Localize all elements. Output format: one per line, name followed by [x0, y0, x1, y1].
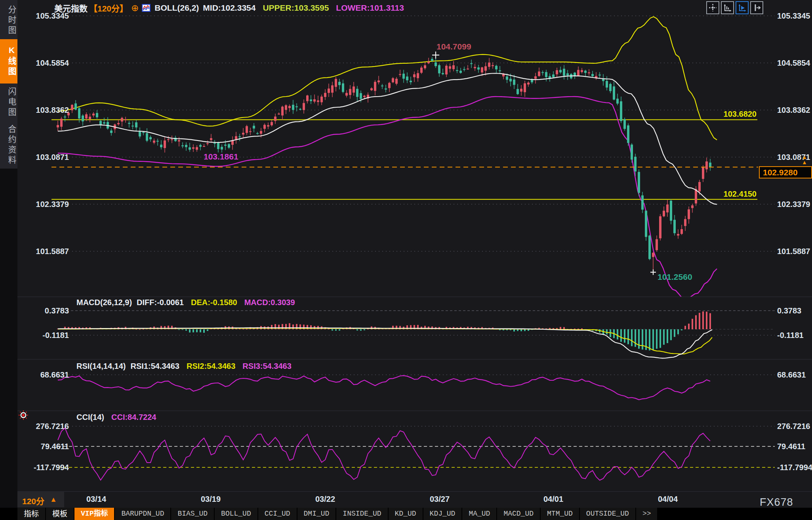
rsi-title: RSI(14,14,14) [76, 362, 126, 371]
macd-diff-value: DIFF:-0.0061 [137, 298, 184, 307]
price-tick: 104.5854 [777, 59, 810, 68]
date-tick: 03/27 [422, 495, 457, 504]
price-tick: 103.0871 [17, 153, 69, 162]
cci-pane [58, 426, 775, 480]
mini-chart-icon[interactable] [142, 4, 151, 12]
cci-tick: 79.4611 [777, 442, 805, 451]
date-tick: 04/04 [650, 495, 686, 504]
price-tick: 101.5887 [777, 247, 810, 256]
interval-badge[interactable]: 【120分】 [89, 2, 128, 14]
bottom-tab-10[interactable]: KDJ_UD [423, 508, 462, 520]
cci-value: CCI:84.7224 [111, 413, 156, 422]
up-arrow-icon: ▲ [802, 160, 807, 165]
last-price-badge: 102.9280 [759, 166, 812, 178]
bottom-tab-11[interactable]: MA_UD [462, 508, 496, 520]
rsi1-value: RSI1:54.3463 [131, 362, 179, 371]
axis-play-icon[interactable] [736, 1, 749, 14]
rsi3-value: RSI3:54.3463 [242, 362, 291, 371]
rsi-tick: 68.6631 [777, 370, 806, 380]
sidebar: 分时图 K线图 闪电图 合约资料 [0, 0, 17, 520]
rsi-header: RSI(14,14,14) RSI1:54.3463 RSI2:54.3463 … [76, 362, 292, 371]
rsi2-value: RSI2:54.3463 [187, 362, 235, 371]
price-tick: 105.3345 [777, 11, 810, 21]
brand-watermark: FX678 [760, 496, 793, 509]
bottom-tab-13[interactable]: MTM_UD [541, 508, 579, 520]
hline-upper-label: 103.6820 [673, 110, 757, 119]
pan-crosshair-icon[interactable] [706, 1, 719, 14]
date-tick: 04/01 [536, 495, 571, 504]
cci-title: CCI(14) [76, 413, 104, 422]
cci-tick: -117.7994 [777, 463, 812, 472]
macd-tick: -0.1181 [17, 331, 69, 340]
sidebar-item-lightning[interactable]: 闪电图 [0, 84, 17, 121]
boll-upper-value: UPPER:103.3595 [263, 3, 329, 13]
alert-sun-icon[interactable] [18, 410, 29, 420]
date-tick: 03/14 [78, 495, 114, 504]
cci-tick: 79.4611 [17, 442, 69, 451]
high-price-annotation: 104.7099 [436, 42, 471, 51]
crosshair-toggle-icon[interactable]: ⊕ [131, 3, 139, 13]
sidebar-item-kline[interactable]: K线图 [0, 39, 17, 84]
bottom-tab-0[interactable]: 指标 [17, 508, 45, 520]
rsi-pane [58, 375, 775, 400]
price-tick: 104.5854 [17, 59, 69, 68]
macd-tick: 0.3783 [777, 306, 801, 315]
chart-stage [0, 0, 812, 520]
price-tick: 103.8362 [777, 106, 810, 115]
swing-low-annotation: 103.1861 [204, 152, 238, 161]
indicator-tab-bar: 指标模板VIP指标BARUPDN_UDBIAS_UDBOLL_UDCCI_UDD… [17, 508, 812, 520]
macd-dea-value: DEA:-0.1580 [191, 298, 237, 307]
bottom-tab-4[interactable]: BIAS_UD [171, 508, 214, 520]
main-pane [51, 16, 775, 300]
axis-shift-icon[interactable] [750, 1, 763, 14]
symbol-name: 美元指数 [54, 2, 88, 14]
footer-interval-label[interactable]: 120分 [22, 495, 44, 507]
bottom-tab-2[interactable]: VIP指标 [74, 508, 114, 520]
bottom-tab-8[interactable]: INSIDE_UD [336, 508, 387, 520]
macd-title: MACD(26,12,9) [76, 298, 132, 307]
price-tick: 101.5887 [17, 247, 69, 256]
price-tick: 102.3379 [17, 200, 69, 209]
interval-up-arrow-icon[interactable]: ▲ [50, 495, 57, 504]
bottom-tab-1[interactable]: 模板 [46, 508, 74, 520]
bottom-tab-14[interactable]: OUTSIDE_UD [580, 508, 635, 520]
low-price-annotation: 101.2560 [658, 272, 692, 282]
boll-lower-value: LOWER:101.3113 [336, 3, 404, 13]
bottom-tab-6[interactable]: CCI_UD [258, 508, 297, 520]
sidebar-item-timeshare[interactable]: 分时图 [0, 2, 17, 39]
price-up-arrows: ▲ ▲ [802, 155, 807, 165]
bottom-tab-5[interactable]: BOLL_UD [215, 508, 257, 520]
cci-header: CCI(14) CCI:84.7224 [76, 413, 156, 422]
cci-tick: -117.7994 [17, 463, 69, 472]
chart-canvas[interactable] [0, 0, 812, 520]
rsi-tick: 68.6631 [17, 370, 69, 380]
boll-lower-line [58, 97, 717, 300]
sidebar-item-contract-info[interactable]: 合约资料 [0, 122, 17, 169]
macd-pane [57, 311, 775, 358]
macd-hist-value: MACD:0.3039 [244, 298, 295, 307]
date-tick: 03/22 [307, 495, 343, 504]
cci-line [58, 428, 710, 480]
bottom-tab-12[interactable]: MACD_UD [497, 508, 540, 520]
bottom-tab-15[interactable]: >> [636, 508, 658, 520]
boll-mid-value: MID:102.3354 [203, 3, 255, 13]
axis-scale-icon[interactable] [721, 1, 734, 14]
chart-header: 美元指数 【120分】 ⊕ BOLL(26,2) MID:102.3354 UP… [54, 2, 404, 14]
indicator-name: BOLL(26,2) [154, 3, 199, 13]
cci-tick: 276.7216 [777, 422, 810, 431]
bottom-tab-9[interactable]: KD_UD [389, 508, 423, 520]
chart-toolbar [706, 1, 763, 14]
cci-tick: 276.7216 [17, 422, 69, 431]
hline-lower-label: 102.4150 [673, 190, 757, 199]
macd-header: MACD(26,12,9) DIFF:-0.0061 DEA:-0.1580 M… [76, 298, 295, 307]
boll-mid-line [58, 73, 717, 204]
date-tick: 03/19 [193, 495, 229, 504]
bottom-tab-7[interactable]: DMI_UD [297, 508, 336, 520]
rsi-line [58, 376, 710, 400]
bottom-tab-3[interactable]: BARUPDN_UD [115, 508, 170, 520]
price-tick: 102.3379 [777, 200, 810, 209]
macd-tick: -0.1181 [777, 331, 804, 340]
macd-tick: 0.3783 [17, 306, 69, 315]
price-tick: 103.8362 [17, 106, 69, 115]
